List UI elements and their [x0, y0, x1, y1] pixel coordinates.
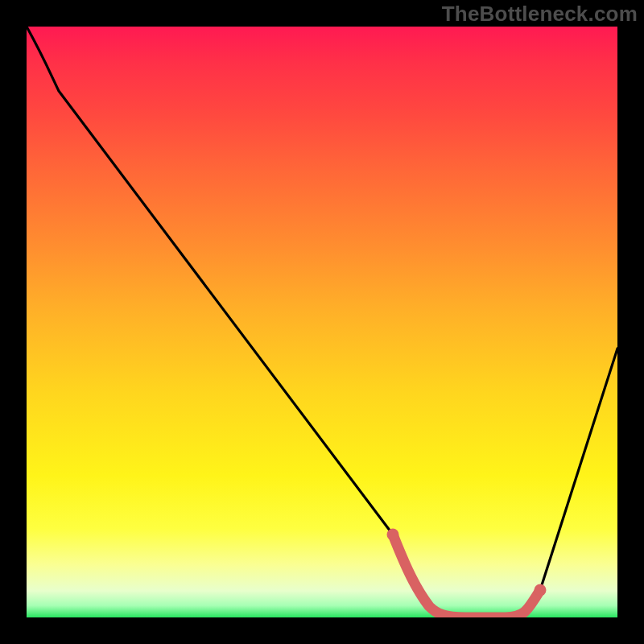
chart-frame: TheBottleneck.com	[0, 0, 644, 644]
bottleneck-curve	[27, 27, 617, 617]
curve-layer	[27, 27, 617, 617]
highlight-end-dot	[535, 584, 547, 597]
plot-area	[27, 27, 617, 617]
highlight-start-dot	[387, 529, 399, 541]
watermark-text: TheBottleneck.com	[442, 2, 638, 27]
highlight-trough	[393, 535, 540, 617]
